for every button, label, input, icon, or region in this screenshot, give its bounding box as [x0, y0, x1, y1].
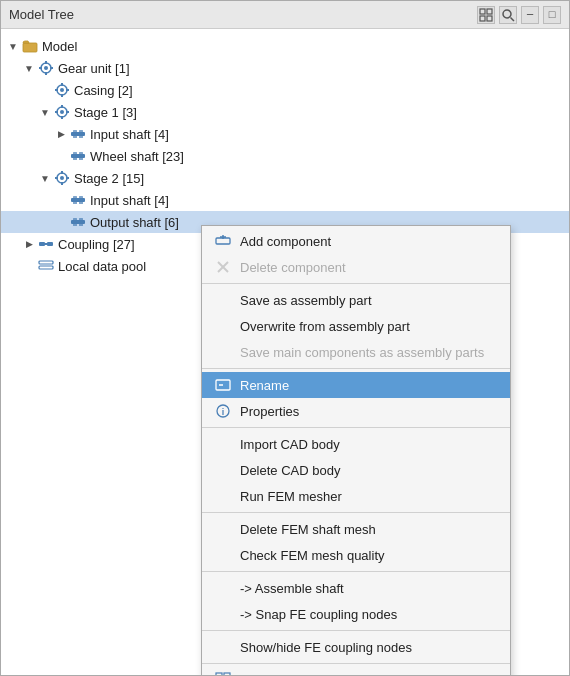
ctx-run-fem[interactable]: Run FEM mesher [202, 483, 510, 509]
no-icon-10 [214, 605, 232, 623]
tree-node-casing[interactable]: ▶ Casing [2] [1, 79, 569, 101]
svg-rect-39 [79, 196, 83, 204]
minimize-button[interactable]: − [521, 6, 539, 24]
svg-rect-17 [55, 89, 58, 91]
tree-node-wheel-shaft[interactable]: ▶ Wheel shaft [23] [1, 145, 569, 167]
tree-node-input-shaft-1[interactable]: ▶ Input shaft [4] [1, 123, 569, 145]
ctx-save-assembly[interactable]: Save as assembly part [202, 287, 510, 313]
expand-stage2[interactable]: ▼ [37, 170, 53, 186]
rename-icon [214, 376, 232, 394]
search-icon [501, 8, 515, 22]
delete-cad-label: Delete CAD body [240, 463, 340, 478]
local-data-pool-label: Local data pool [58, 259, 146, 274]
shaft-icon-2 [69, 147, 87, 165]
minimize-icon: − [526, 8, 534, 21]
delete-component-icon [214, 258, 232, 276]
stage1-label: Stage 1 [3] [74, 105, 137, 120]
tree-node-gear-unit[interactable]: ▼ Gear unit [1] [1, 57, 569, 79]
svg-rect-11 [39, 67, 42, 69]
svg-rect-3 [487, 16, 492, 21]
rename-label: Rename [240, 378, 289, 393]
expand-gear-unit[interactable]: ▼ [21, 60, 37, 76]
svg-rect-23 [55, 111, 58, 113]
expand-output-shaft: ▶ [53, 214, 69, 230]
expand-stage1[interactable]: ▼ [37, 104, 53, 120]
restore-button[interactable]: □ [543, 6, 561, 24]
svg-point-8 [44, 66, 48, 70]
show-hide-fe-label: Show/hide FE coupling nodes [240, 640, 412, 655]
stage1-icon [53, 103, 71, 121]
delete-component-label: Delete component [240, 260, 346, 275]
svg-point-14 [60, 88, 64, 92]
delete-fem-label: Delete FEM shaft mesh [240, 522, 376, 537]
ctx-import-cad[interactable]: Import CAD body [202, 431, 510, 457]
tree-node-input-shaft-2[interactable]: ▶ Input shaft [4] [1, 189, 569, 211]
svg-rect-60 [224, 673, 230, 675]
svg-rect-21 [61, 105, 63, 108]
svg-rect-22 [61, 116, 63, 119]
ctx-save-main-components[interactable]: Save main components as assembly parts [202, 339, 510, 365]
svg-rect-46 [39, 261, 53, 264]
expand-collapse-icon [214, 671, 232, 675]
separator-7 [202, 663, 510, 664]
svg-rect-27 [79, 130, 83, 138]
ctx-delete-cad[interactable]: Delete CAD body [202, 457, 510, 483]
search-button[interactable] [499, 6, 517, 24]
ctx-expand-collapse[interactable]: Expand/collapse tree [202, 667, 510, 675]
no-icon-6 [214, 487, 232, 505]
svg-line-5 [511, 17, 515, 21]
ctx-assemble-shaft[interactable]: -> Assemble shaft [202, 575, 510, 601]
tree-node-model[interactable]: ▼ Model [1, 35, 569, 57]
expand-coupling[interactable]: ▶ [21, 236, 37, 252]
ctx-overwrite-assembly[interactable]: Overwrite from assembly part [202, 313, 510, 339]
tree-node-stage1[interactable]: ▼ Stage 1 [3] [1, 101, 569, 123]
ctx-show-hide-fe[interactable]: Show/hide FE coupling nodes [202, 634, 510, 660]
expand-input-shaft-1[interactable]: ▶ [53, 126, 69, 142]
overwrite-assembly-label: Overwrite from assembly part [240, 319, 410, 334]
input-shaft-1-label: Input shaft [4] [90, 127, 169, 142]
tree-node-stage2[interactable]: ▼ Stage 2 [15] [1, 167, 569, 189]
svg-rect-9 [45, 61, 47, 64]
check-fem-label: Check FEM mesh quality [240, 548, 385, 563]
svg-rect-12 [50, 67, 53, 69]
grid-icon-button[interactable] [477, 6, 495, 24]
ctx-delete-component[interactable]: Delete component [202, 254, 510, 280]
save-main-components-label: Save main components as assembly parts [240, 345, 484, 360]
ctx-check-fem[interactable]: Check FEM mesh quality [202, 542, 510, 568]
window-title-text: Model Tree [9, 7, 74, 22]
svg-rect-2 [480, 16, 485, 21]
ctx-add-component[interactable]: Add component [202, 228, 510, 254]
expand-local-data-pool: ▶ [21, 258, 37, 274]
casing-icon [53, 81, 71, 99]
expand-input-shaft-2: ▶ [53, 192, 69, 208]
stage2-icon [53, 169, 71, 187]
no-icon-8 [214, 546, 232, 564]
title-bar-buttons: − □ [477, 6, 561, 24]
restore-icon: □ [549, 9, 556, 20]
svg-rect-36 [66, 177, 69, 179]
no-icon-7 [214, 520, 232, 538]
no-icon-3 [214, 343, 232, 361]
svg-rect-47 [39, 266, 53, 269]
expand-wheel-shaft: ▶ [53, 148, 69, 164]
svg-rect-24 [66, 111, 69, 113]
ctx-rename[interactable]: Rename [202, 372, 510, 398]
ctx-properties[interactable]: i Properties [202, 398, 510, 424]
gear-unit-icon [37, 59, 55, 77]
svg-rect-15 [61, 83, 63, 86]
model-tree-window: Model Tree − □ [0, 0, 570, 676]
expand-model[interactable]: ▼ [5, 38, 21, 54]
no-icon-1 [214, 291, 232, 309]
properties-label: Properties [240, 404, 299, 419]
shaft-icon-1 [69, 125, 87, 143]
svg-rect-42 [79, 218, 83, 226]
no-icon-2 [214, 317, 232, 335]
import-cad-label: Import CAD body [240, 437, 340, 452]
no-icon-5 [214, 461, 232, 479]
ctx-snap-fe[interactable]: -> Snap FE coupling nodes [202, 601, 510, 627]
casing-label: Casing [2] [74, 83, 133, 98]
svg-point-20 [60, 110, 64, 114]
ctx-delete-fem[interactable]: Delete FEM shaft mesh [202, 516, 510, 542]
svg-rect-26 [73, 130, 77, 138]
svg-rect-18 [66, 89, 69, 91]
